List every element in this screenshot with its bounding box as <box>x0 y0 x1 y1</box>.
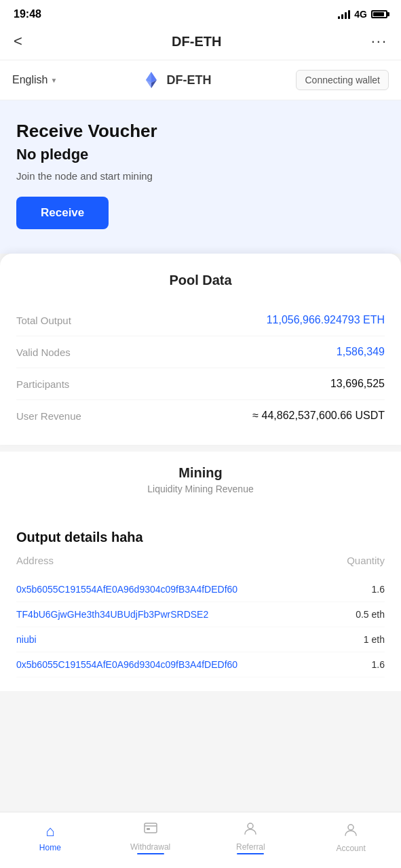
back-button[interactable]: < <box>14 33 22 50</box>
nav-item-referral[interactable]: Referral <box>227 821 274 854</box>
svg-point-8 <box>348 825 354 830</box>
output-qty-1: 1.6 <box>372 584 385 595</box>
pool-row-total-output: Total Output 11,056,966.924793 ETH <box>16 304 385 336</box>
nav-label-account: Account <box>336 844 365 853</box>
output-qty-3: 1 eth <box>364 634 385 645</box>
pool-row-valid-nodes: Valid Nodes 1,586,349 <box>16 336 385 368</box>
sub-header: English ▼ DF-ETH Connecting wallet <box>0 60 401 100</box>
status-icons: 4G <box>338 9 387 20</box>
language-label: English <box>12 74 47 86</box>
pool-value-user-revenue: ≈ 44,862,537,600.66 USDT <box>252 410 385 422</box>
battery-icon <box>371 10 387 18</box>
network-label: 4G <box>354 9 367 20</box>
mining-title: Mining <box>16 465 385 481</box>
pool-label-total-output: Total Output <box>16 315 71 326</box>
receive-button[interactable]: Receive <box>16 197 109 229</box>
svg-point-7 <box>248 823 253 829</box>
pool-data-section: Pool Data Total Output 11,056,966.924793… <box>0 254 401 445</box>
referral-icon <box>243 821 258 840</box>
nav-underline-referral <box>237 853 264 854</box>
output-details-title: Output details haha <box>16 530 385 545</box>
output-address-3: niubi <box>16 634 364 645</box>
page-title: DF-ETH <box>172 34 221 50</box>
account-icon <box>343 822 358 841</box>
home-icon: ⌂ <box>45 823 54 840</box>
mining-subtitle: Liquidity Mining Revenue <box>16 484 385 494</box>
pool-value-total-output: 11,056,966.924793 ETH <box>267 314 385 326</box>
pool-label-participants: Participants <box>16 378 69 390</box>
withdrawal-icon <box>143 821 158 840</box>
voucher-subtitle: No pledge <box>16 146 385 163</box>
pool-label-valid-nodes: Valid Nodes <box>16 347 71 358</box>
connecting-wallet-button[interactable]: Connecting wallet <box>296 70 389 90</box>
nav-item-account[interactable]: Account <box>327 822 375 853</box>
output-address-1: 0x5b6055C191554AfE0A96d9304c09fB3A4fDEDf… <box>16 584 372 595</box>
language-selector[interactable]: English ▼ <box>12 74 57 86</box>
nav-label-home: Home <box>39 843 61 852</box>
address-column-header: Address <box>16 555 54 566</box>
brand-logo: DF-ETH <box>142 71 211 90</box>
output-address-4: 0x5b6055C191554AfE0A96d9304c09fB3A4fDEDf… <box>16 659 372 670</box>
top-nav: < DF-ETH ··· <box>0 26 401 60</box>
status-bar: 19:48 4G <box>0 0 401 26</box>
eth-diamond-icon <box>142 71 161 90</box>
output-details-section: Output details haha Address Quantity 0x5… <box>0 519 401 691</box>
output-row-2: TF4bU6GjwGHe3th34UBUdjFb3PwrSRDSE2 0.5 e… <box>16 602 385 627</box>
output-row-4: 0x5b6055C191554AfE0A96d9304c09fB3A4fDEDf… <box>16 652 385 677</box>
voucher-description: Join the node and start mining <box>16 170 385 182</box>
quantity-column-header: Quantity <box>347 555 385 566</box>
pool-value-participants: 13,696,525 <box>330 378 385 390</box>
signal-icon <box>338 9 350 19</box>
pool-row-user-revenue: User Revenue ≈ 44,862,537,600.66 USDT <box>16 400 385 431</box>
pool-data-title: Pool Data <box>16 273 385 288</box>
chevron-down-icon: ▼ <box>50 77 57 84</box>
output-address-2: TF4bU6GjwGHe3th34UBUdjFb3PwrSRDSE2 <box>16 609 356 620</box>
bottom-nav: ⌂ Home Withdrawal Referral <box>0 812 401 868</box>
pool-label-user-revenue: User Revenue <box>16 410 81 422</box>
voucher-title: Receive Voucher <box>16 121 385 142</box>
voucher-section: Receive Voucher No pledge Join the node … <box>0 100 401 254</box>
nav-underline-withdrawal <box>137 853 164 854</box>
output-qty-2: 0.5 eth <box>356 609 385 620</box>
nav-label-withdrawal: Withdrawal <box>130 842 170 852</box>
output-table-header: Address Quantity <box>16 555 385 570</box>
brand-name: DF-ETH <box>166 73 211 87</box>
nav-item-home[interactable]: ⌂ Home <box>26 823 74 852</box>
nav-label-referral: Referral <box>236 842 265 852</box>
mining-section: Mining Liquidity Mining Revenue <box>0 452 401 519</box>
output-qty-4: 1.6 <box>372 659 385 670</box>
svg-rect-4 <box>145 823 157 833</box>
time-display: 19:48 <box>14 8 41 20</box>
nav-item-withdrawal[interactable]: Withdrawal <box>127 821 174 854</box>
more-button[interactable]: ··· <box>371 33 387 50</box>
pool-row-participants: Participants 13,696,525 <box>16 368 385 400</box>
output-row-3: niubi 1 eth <box>16 627 385 652</box>
svg-rect-6 <box>147 828 150 830</box>
pool-value-valid-nodes: 1,586,349 <box>337 346 385 358</box>
output-row-1: 0x5b6055C191554AfE0A96d9304c09fB3A4fDEDf… <box>16 577 385 602</box>
